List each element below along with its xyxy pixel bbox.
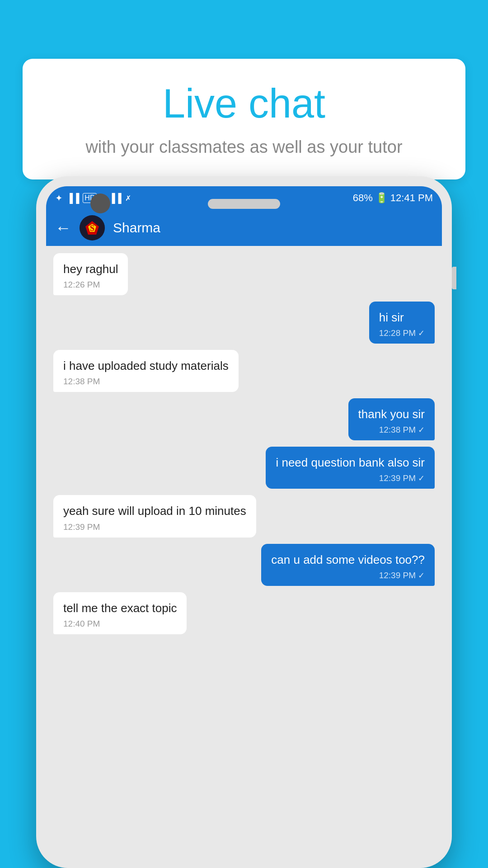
message-text: i have uploaded study materials: [63, 358, 229, 374]
message-bubble: can u add some videos too??12:39 PM✓: [261, 544, 435, 586]
message-text: can u add some videos too??: [271, 552, 425, 568]
phone-side-button: [452, 267, 456, 289]
message-bubble: i have uploaded study materials12:38 PM: [53, 350, 239, 392]
message-bubble: hi sir12:28 PM✓: [369, 302, 435, 344]
message-time: 12:39 PM: [63, 522, 100, 532]
message-checkmark: ✓: [418, 571, 425, 580]
message-time: 12:26 PM: [63, 280, 100, 290]
contact-name: Sharma: [113, 220, 160, 236]
message-text: hey raghul: [63, 261, 118, 277]
message-meta: 12:39 PM✓: [271, 571, 425, 580]
phone-speaker: [208, 199, 280, 209]
message-time: 12:38 PM: [379, 425, 416, 435]
phone-camera: [90, 193, 110, 213]
message-row: can u add some videos too??12:39 PM✓: [53, 544, 435, 586]
message-text: i need question bank also sir: [276, 455, 425, 471]
message-meta: 12:28 PM✓: [379, 328, 425, 338]
chat-area[interactable]: hey raghul12:26 PMhi sir12:28 PM✓i have …: [46, 246, 442, 642]
message-bubble: thank you sir12:38 PM✓: [348, 398, 435, 440]
svg-text:S: S: [90, 224, 94, 233]
phone-screen: ✦ ▐▐ HD ▾ ▐▐ ✗ 68% 🔋 12:41 PM ←: [46, 186, 442, 858]
phone-outer: ✦ ▐▐ HD ▾ ▐▐ ✗ 68% 🔋 12:41 PM ←: [36, 176, 452, 868]
message-row: i have uploaded study materials12:38 PM: [53, 350, 435, 392]
message-text: yeah sure will upload in 10 minutes: [63, 503, 246, 519]
message-checkmark: ✓: [418, 473, 425, 483]
message-time: 12:39 PM: [379, 571, 416, 580]
battery-percent: 68%: [353, 192, 373, 204]
chat-header: ← S Sharma: [46, 210, 442, 246]
message-meta: 12:39 PM: [63, 522, 246, 532]
superman-logo-svg: S: [82, 217, 103, 238]
message-checkmark: ✓: [418, 328, 425, 338]
message-time: 12:38 PM: [63, 377, 100, 387]
message-time: 12:39 PM: [379, 473, 416, 483]
message-row: thank you sir12:38 PM✓: [53, 398, 435, 440]
signal-icon: ▐▐: [66, 193, 79, 203]
message-row: yeah sure will upload in 10 minutes12:39…: [53, 495, 435, 537]
message-row: i need question bank also sir12:39 PM✓: [53, 447, 435, 489]
message-meta: 12:40 PM: [63, 619, 177, 629]
message-bubble: tell me the exact topic12:40 PM: [53, 592, 187, 634]
data-icon: ✗: [125, 194, 131, 203]
message-bubble: hey raghul12:26 PM: [53, 253, 128, 295]
message-bubble: i need question bank also sir12:39 PM✓: [266, 447, 435, 489]
message-checkmark: ✓: [418, 425, 425, 435]
live-chat-title: Live chat: [50, 81, 438, 126]
bluetooth-icon: ✦: [55, 193, 63, 203]
message-bubble: yeah sure will upload in 10 minutes12:39…: [53, 495, 256, 537]
speech-bubble: Live chat with your classmates as well a…: [23, 59, 465, 179]
message-time: 12:40 PM: [63, 619, 100, 629]
message-row: hi sir12:28 PM✓: [53, 302, 435, 344]
live-chat-subtitle: with your classmates as well as your tut…: [50, 135, 438, 159]
network-icon: ▐▐: [108, 193, 121, 203]
message-text: tell me the exact topic: [63, 600, 177, 616]
message-meta: 12:39 PM✓: [276, 473, 425, 483]
message-time: 12:28 PM: [379, 328, 416, 338]
phone-mockup: ✦ ▐▐ HD ▾ ▐▐ ✗ 68% 🔋 12:41 PM ←: [36, 176, 452, 868]
message-meta: 12:38 PM: [63, 377, 229, 387]
status-bar-right: 68% 🔋 12:41 PM: [353, 192, 433, 204]
avatar: S: [80, 215, 105, 241]
message-row: tell me the exact topic12:40 PM: [53, 592, 435, 634]
message-meta: 12:26 PM: [63, 280, 118, 290]
message-meta: 12:38 PM✓: [358, 425, 425, 435]
message-text: hi sir: [379, 310, 425, 326]
battery-icon: 🔋: [375, 192, 388, 204]
time-display: 12:41 PM: [390, 192, 433, 204]
message-text: thank you sir: [358, 406, 425, 422]
back-button[interactable]: ←: [55, 218, 71, 237]
speech-bubble-container: Live chat with your classmates as well a…: [23, 59, 465, 179]
message-row: hey raghul12:26 PM: [53, 253, 435, 295]
